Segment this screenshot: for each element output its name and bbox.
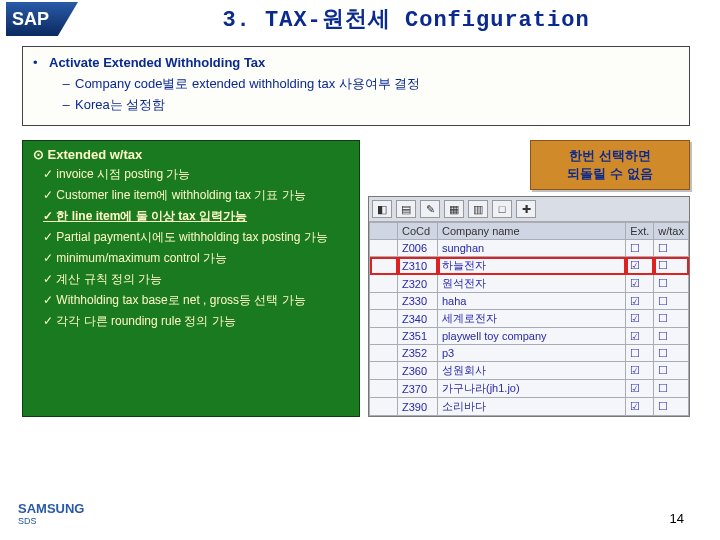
activate-box: •Activate Extended Withholding Tax –Comp… (22, 46, 690, 126)
feature-item: 한 line item에 둘 이상 tax 입력가능 (43, 208, 349, 225)
col-wtax: w/tax (654, 223, 689, 240)
cell-wtax-checkbox[interactable] (654, 328, 689, 345)
table-row[interactable]: Z330haha (370, 293, 689, 310)
table-row[interactable]: Z351playwell toy company (370, 328, 689, 345)
col-cocd: CoCd (398, 223, 438, 240)
row-selector[interactable] (370, 310, 398, 328)
cell-ext-checkbox[interactable] (626, 380, 654, 398)
cell-ext-checkbox[interactable] (626, 275, 654, 293)
feature-item: 계산 규칙 정의 가능 (43, 271, 349, 288)
page-number: 14 (670, 511, 684, 526)
table-row[interactable]: Z310하늘전자 (370, 257, 689, 275)
row-selector[interactable] (370, 328, 398, 345)
row-selector[interactable] (370, 362, 398, 380)
col-ext: Ext. (626, 223, 654, 240)
table-row[interactable]: Z390소리바다 (370, 398, 689, 416)
cell-cocd: Z310 (398, 257, 438, 275)
callout-line: 되돌릴 수 없음 (541, 165, 679, 183)
warning-callout: 한번 선택하면 되돌릴 수 없음 (530, 140, 690, 190)
feature-item: invoice 시점 posting 가능 (43, 166, 349, 183)
cell-name: sunghan (438, 240, 626, 257)
table-row[interactable]: Z320원석전자 (370, 275, 689, 293)
row-selector[interactable] (370, 345, 398, 362)
row-selector[interactable] (370, 257, 398, 275)
cell-name: p3 (438, 345, 626, 362)
cell-wtax-checkbox[interactable] (654, 310, 689, 328)
toolbar-button[interactable]: ▥ (468, 200, 488, 218)
cell-cocd: Z340 (398, 310, 438, 328)
cell-wtax-checkbox[interactable] (654, 345, 689, 362)
cell-cocd: Z320 (398, 275, 438, 293)
toolbar-button[interactable]: ✎ (420, 200, 440, 218)
cell-ext-checkbox[interactable] (626, 257, 654, 275)
row-selector[interactable] (370, 275, 398, 293)
callout-line: 한번 선택하면 (541, 147, 679, 165)
section-item: Company code별로 extended withholding tax … (75, 76, 420, 91)
cell-cocd: Z390 (398, 398, 438, 416)
cell-name: 원석전자 (438, 275, 626, 293)
table-row[interactable]: Z360성원회사 (370, 362, 689, 380)
cell-ext-checkbox[interactable] (626, 345, 654, 362)
footer-logo: SAMSUNG SDS (18, 501, 84, 526)
toolbar-button[interactable]: ✚ (516, 200, 536, 218)
feature-item: Withholding tax base로 net , gross등 선택 가능 (43, 292, 349, 309)
feature-item: 각각 다른 rounding rule 정의 가능 (43, 313, 349, 330)
cell-cocd: Z006 (398, 240, 438, 257)
row-selector[interactable] (370, 240, 398, 257)
sap-logo: SAP (6, 2, 78, 36)
cell-name: playwell toy company (438, 328, 626, 345)
col-select (370, 223, 398, 240)
feature-heading: ⊙ Extended w/tax (33, 147, 349, 162)
cell-cocd: Z352 (398, 345, 438, 362)
toolbar-button[interactable]: ▤ (396, 200, 416, 218)
grid-toolbar: ◧ ▤ ✎ ▦ ▥ □ ✚ (369, 197, 689, 222)
cell-wtax-checkbox[interactable] (654, 257, 689, 275)
cell-wtax-checkbox[interactable] (654, 398, 689, 416)
toolbar-button[interactable]: ◧ (372, 200, 392, 218)
brand-sub: SDS (18, 516, 84, 526)
section-title: Activate Extended Withholding Tax (49, 55, 265, 70)
cell-wtax-checkbox[interactable] (654, 293, 689, 310)
cell-name: haha (438, 293, 626, 310)
table-row[interactable]: Z352p3 (370, 345, 689, 362)
cell-cocd: Z360 (398, 362, 438, 380)
page-title: 3. TAX-원천세 Configuration (92, 4, 720, 34)
cell-ext-checkbox[interactable] (626, 328, 654, 345)
row-selector[interactable] (370, 293, 398, 310)
brand-name: SAMSUNG (18, 501, 84, 516)
feature-item: minimum/maximum control 가능 (43, 250, 349, 267)
toolbar-button[interactable]: □ (492, 200, 512, 218)
feature-item: Customer line item에 withholding tax 기표 가… (43, 187, 349, 204)
col-name: Company name (438, 223, 626, 240)
cell-ext-checkbox[interactable] (626, 398, 654, 416)
cell-cocd: Z351 (398, 328, 438, 345)
row-selector[interactable] (370, 380, 398, 398)
section-item: Korea는 설정함 (75, 97, 165, 112)
table-row[interactable]: Z370가구나라(jh1.jo) (370, 380, 689, 398)
feature-panel: ⊙ Extended w/tax invoice 시점 posting 가능 C… (22, 140, 360, 417)
toolbar-button[interactable]: ▦ (444, 200, 464, 218)
cell-wtax-checkbox[interactable] (654, 362, 689, 380)
cell-cocd: Z370 (398, 380, 438, 398)
cell-wtax-checkbox[interactable] (654, 275, 689, 293)
company-grid: ◧ ▤ ✎ ▦ ▥ □ ✚ CoCd Company name Ext. w/t… (368, 196, 690, 417)
cell-name: 성원회사 (438, 362, 626, 380)
cell-name: 가구나라(jh1.jo) (438, 380, 626, 398)
table-row[interactable]: Z006sunghan (370, 240, 689, 257)
cell-ext-checkbox[interactable] (626, 362, 654, 380)
cell-wtax-checkbox[interactable] (654, 240, 689, 257)
row-selector[interactable] (370, 398, 398, 416)
cell-name: 소리바다 (438, 398, 626, 416)
table-row[interactable]: Z340세계로전자 (370, 310, 689, 328)
cell-wtax-checkbox[interactable] (654, 380, 689, 398)
cell-ext-checkbox[interactable] (626, 240, 654, 257)
cell-ext-checkbox[interactable] (626, 293, 654, 310)
cell-name: 세계로전자 (438, 310, 626, 328)
cell-cocd: Z330 (398, 293, 438, 310)
cell-name: 하늘전자 (438, 257, 626, 275)
feature-item: Partial payment시에도 withholding tax posti… (43, 229, 349, 246)
cell-ext-checkbox[interactable] (626, 310, 654, 328)
